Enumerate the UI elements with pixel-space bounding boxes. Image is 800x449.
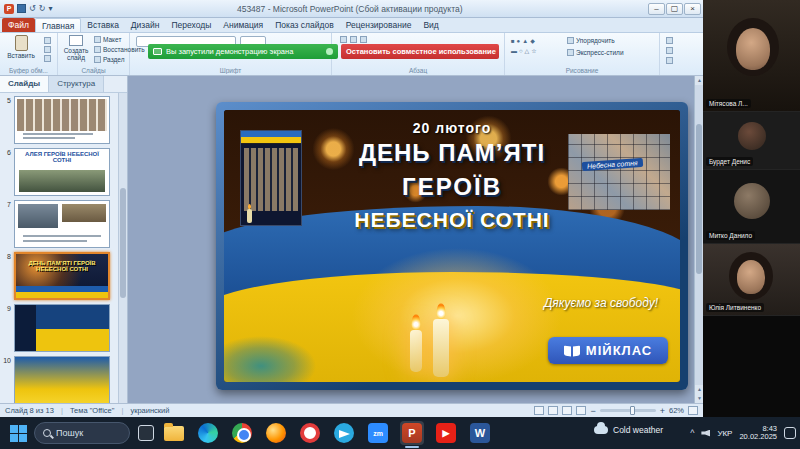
- tab-design[interactable]: Дизайн: [125, 18, 166, 32]
- quick-styles-button[interactable]: Экспресс-стили: [567, 49, 624, 56]
- slide-title-line2[interactable]: ГЕРОЇВ: [302, 173, 602, 201]
- slide-thumbnail-5[interactable]: 5: [0, 96, 110, 144]
- replace-icon[interactable]: [666, 47, 673, 54]
- opera-button[interactable]: [298, 421, 322, 445]
- portraits-grid: [244, 148, 298, 211]
- speaker-icon[interactable]: [701, 430, 710, 437]
- participant-video-tile[interactable]: Юлія Литвиненко: [703, 244, 800, 316]
- maximize-button[interactable]: ▢: [666, 3, 683, 15]
- participant-video-tile[interactable]: Мітясова Л...: [703, 0, 800, 112]
- zoom-slider-thumb[interactable]: [630, 406, 635, 415]
- format-painter-icon[interactable]: [44, 55, 51, 62]
- tab-slides-thumbnails[interactable]: Слайды: [0, 76, 49, 92]
- windows-logo-icon: [10, 425, 27, 442]
- align-right-icon[interactable]: [360, 36, 367, 43]
- zoom-slider[interactable]: [600, 409, 656, 412]
- canvas-scrollbar[interactable]: ▲ ▲ ▼: [694, 76, 703, 403]
- file-explorer-button[interactable]: [162, 421, 186, 445]
- system-tray: ^ УКР 8:43 20.02.2025: [690, 417, 796, 449]
- next-slide-button[interactable]: ▼: [695, 394, 703, 403]
- current-slide[interactable]: Небесна сотня 20 лютого ДЕНЬ ПАМ’ЯТІ ГЕР…: [216, 102, 688, 390]
- slide-thumbnail-9[interactable]: 9: [0, 304, 110, 352]
- layout-button[interactable]: Макет: [94, 36, 121, 43]
- section-button[interactable]: Раздел: [94, 56, 124, 63]
- tab-outline[interactable]: Структура: [49, 76, 104, 92]
- notification-icon[interactable]: [784, 427, 796, 439]
- paste-button[interactable]: Вставить: [4, 35, 38, 59]
- slide-thumbnail-7[interactable]: 7: [0, 200, 110, 248]
- task-view-button[interactable]: [138, 425, 154, 441]
- shapes-gallery-icon[interactable]: ■●▲◆: [511, 37, 537, 44]
- previous-slide-button[interactable]: ▲: [695, 385, 703, 394]
- select-icon[interactable]: [666, 57, 673, 64]
- fit-to-window-button[interactable]: [688, 406, 698, 415]
- tab-transitions[interactable]: Переходы: [165, 18, 217, 32]
- shapes-gallery-icon[interactable]: ▬○△☆: [511, 47, 539, 54]
- participant-avatar-tile[interactable]: Митко Данило: [703, 170, 800, 244]
- tab-home[interactable]: Главная: [35, 18, 81, 32]
- slide-thanks-text[interactable]: Дякуємо за свободу!: [544, 296, 658, 310]
- language-indicator[interactable]: украинский: [130, 406, 169, 415]
- word-icon: W: [470, 423, 490, 443]
- screen-share-status-bar[interactable]: Вы запустили демонстрацию экрана: [148, 44, 338, 59]
- slide-canvas[interactable]: Небесна сотня 20 лютого ДЕНЬ ПАМ’ЯТІ ГЕР…: [128, 76, 703, 403]
- edge-button[interactable]: [196, 421, 220, 445]
- chrome-button[interactable]: [230, 421, 254, 445]
- tray-chevron-icon[interactable]: ^: [690, 428, 694, 438]
- undo-icon[interactable]: ↺: [29, 4, 36, 14]
- normal-view-button[interactable]: [534, 406, 544, 415]
- word-button[interactable]: W: [468, 421, 492, 445]
- slideshow-view-button[interactable]: [576, 406, 586, 415]
- keyboard-language[interactable]: УКР: [717, 429, 732, 438]
- scrollbar-thumb[interactable]: [696, 124, 702, 274]
- powerpoint-logo-icon[interactable]: P: [4, 4, 14, 14]
- window-controls: – ▢ ×: [647, 3, 701, 15]
- reading-view-button[interactable]: [562, 406, 572, 415]
- mijklas-logo[interactable]: МІЙКЛАС: [548, 337, 668, 364]
- redo-icon[interactable]: ↻: [39, 4, 46, 14]
- minimize-button[interactable]: –: [648, 3, 665, 15]
- zoom-button[interactable]: zm: [366, 421, 390, 445]
- scrollbar-thumb[interactable]: [120, 188, 126, 298]
- slides-panel-scrollbar[interactable]: [118, 93, 127, 403]
- find-icon[interactable]: [666, 37, 673, 44]
- close-button[interactable]: ×: [684, 3, 701, 15]
- scroll-up-icon[interactable]: ▲: [695, 76, 703, 85]
- telegram-button[interactable]: [332, 421, 356, 445]
- slide-sorter-button[interactable]: [548, 406, 558, 415]
- clock[interactable]: 8:43 20.02.2025: [739, 425, 777, 442]
- tab-animation[interactable]: Анимация: [217, 18, 269, 32]
- slide-title-line3[interactable]: НЕБЕСНОЇ СОТНІ: [302, 208, 602, 232]
- zoom-percent[interactable]: 62%: [669, 406, 684, 415]
- powerpoint-button-active[interactable]: P: [400, 421, 424, 445]
- weather-icon: [594, 426, 608, 434]
- tab-review[interactable]: Рецензирование: [340, 18, 418, 32]
- weather-widget[interactable]: Cold weather: [594, 425, 663, 435]
- start-button[interactable]: [6, 421, 30, 445]
- slide-date-text[interactable]: 20 лютого: [302, 120, 602, 136]
- tab-slideshow[interactable]: Показ слайдов: [269, 18, 340, 32]
- align-center-icon[interactable]: [350, 36, 357, 43]
- tab-view[interactable]: Вид: [417, 18, 444, 32]
- slide-title-block[interactable]: 20 лютого ДЕНЬ ПАМ’ЯТІ ГЕРОЇВ НЕБЕСНОЇ С…: [302, 120, 602, 232]
- memorial-poster-image[interactable]: [240, 130, 302, 226]
- tab-insert[interactable]: Вставка: [81, 18, 125, 32]
- cut-icon[interactable]: [44, 37, 51, 44]
- stop-share-button[interactable]: Остановить совместное использование: [341, 44, 499, 59]
- copy-icon[interactable]: [44, 46, 51, 53]
- new-slide-button[interactable]: Создать слайд: [60, 35, 92, 61]
- tab-file[interactable]: Файл: [2, 18, 35, 32]
- align-left-icon[interactable]: [340, 36, 347, 43]
- search-input[interactable]: Пошук: [34, 422, 130, 444]
- save-icon[interactable]: [17, 4, 26, 13]
- slide-thumbnail-10[interactable]: 10: [0, 356, 110, 403]
- slide-thumbnail-8-selected[interactable]: 8 ДЕНЬ ПАМ’ЯТІ ГЕРОЇВ НЕБЕСНОЇ СОТНІ: [0, 252, 110, 300]
- participant-avatar-tile[interactable]: Бурдет Денис: [703, 112, 800, 170]
- arrange-button[interactable]: Упорядочить: [567, 37, 615, 44]
- zoom-out-button[interactable]: −: [590, 407, 595, 415]
- youtube-button[interactable]: ▶: [434, 421, 458, 445]
- zoom-in-button[interactable]: +: [660, 407, 665, 415]
- firefox-button[interactable]: [264, 421, 288, 445]
- slide-thumbnail-6[interactable]: 6 АЛЕЯ ГЕРОЇВ НЕБЕСНОЇ СОТНІ: [0, 148, 110, 196]
- slide-title-line1[interactable]: ДЕНЬ ПАМ’ЯТІ: [302, 139, 602, 167]
